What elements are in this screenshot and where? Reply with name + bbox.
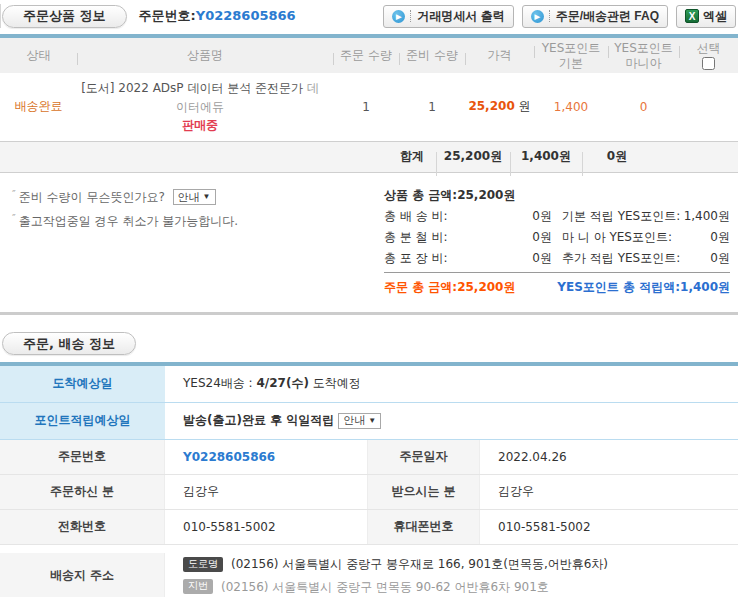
row-order-number: 주문번호 Y0228605866 주문일자 2022.04.26 xyxy=(0,440,738,475)
print-invoice-label: 거래명세서 출력 xyxy=(417,8,504,25)
row-points-credit-date: 포인트적립예상일 발송(출고)완료 후 익일적립 안내▼ xyxy=(0,403,738,440)
row-phone: 전화번호 010-5581-5002 휴대폰번호 010-5581-5002 xyxy=(0,510,738,545)
order-items-table: 상태 상품명 주문 수량 준비 수량 가격 YES포인트 기본 YES포인트 마… xyxy=(0,34,738,315)
header-buttons: ▶ 거래명세서 출력 ▶ 주문/배송관련 FAQ X 엑셀 xyxy=(383,5,736,28)
arrival-date-label: 도착예상일 xyxy=(0,366,165,402)
excel-label: 엑셀 xyxy=(703,8,727,25)
receiver-value: 김강우 xyxy=(498,483,534,500)
section-title-text: 주문상품 정보 xyxy=(23,7,106,25)
caret-down-icon: ▼ xyxy=(368,417,376,425)
table-footer: ″준비 수량이 무슨뜻인가요? 안내▼ ″출고작업중일 경우 취소가 불가능합니… xyxy=(0,173,738,315)
row-arrival-date: 도착예상일 YES24배송 : 4/27(수) 도착예정 xyxy=(0,366,738,403)
col-header-order-qty: 주문 수량 xyxy=(333,48,399,62)
row-shipping-address: 배송지 주소 도로명 (02156) 서울특별시 중랑구 봉우재로 166, 9… xyxy=(0,545,738,597)
section-title-order-items: 주문상품 정보 xyxy=(2,5,127,28)
summary-row-packing: 총 포 장 비:0원 추가 적립 YES포인트:0원 xyxy=(384,248,730,269)
col-header-ready-qty: 준비 수량 xyxy=(399,48,465,62)
footnote-cancel-policy: ″출고작업중일 경우 취소가 불가능합니다. xyxy=(12,209,360,233)
dotted-separator xyxy=(549,10,550,22)
row-orderer: 주문하신 분 김강우 받으시는 분 김강우 xyxy=(0,475,738,510)
table-row: 배송완료 [도서] 2022 ADsP 데이터 분석 준전문가 데이터에듀 판매… xyxy=(0,73,738,141)
summary-grand-total: 주문 총 금액:25,200원 YES포인트 총 적립액:1,400원 xyxy=(384,272,730,298)
phone-label: 전화번호 xyxy=(0,510,165,544)
receiver-label: 받으시는 분 xyxy=(367,475,480,509)
footnote-mark: ″ xyxy=(12,189,16,200)
order-date-value: 2022.04.26 xyxy=(498,450,567,464)
item-ready-qty: 1 xyxy=(399,100,465,114)
order-detail-page: 주문상품 정보 주문번호:Y0228605866 ▶ 거래명세서 출력 ▶ 주문… xyxy=(0,0,738,597)
shipping-address-label: 배송지 주소 xyxy=(0,553,165,597)
print-invoice-button[interactable]: ▶ 거래명세서 출력 xyxy=(383,5,513,28)
item-sale-status: 판매중 xyxy=(77,116,323,135)
jibun-address-line: 지번 (02156) 서울특별시 중랑구 면목동 90-62 어반휴6차 901… xyxy=(183,576,738,597)
summary-row-shipping: 총 배 송 비:0원 기본 적립 YES포인트:1,400원 xyxy=(384,206,730,227)
jibun-address-text: (02156) 서울특별시 중랑구 면목동 90-62 어반휴6차 901호 xyxy=(221,576,549,597)
col-header-points-basic: YES포인트 기본 xyxy=(534,41,608,70)
play-circle-icon: ▶ xyxy=(531,10,544,23)
order-number-label: 주문번호: xyxy=(139,8,196,23)
jibun-badge: 지번 xyxy=(183,579,213,594)
section1-header: 주문상품 정보 주문번호:Y0228605866 ▶ 거래명세서 출력 ▶ 주문… xyxy=(0,0,738,34)
mobile-label: 휴대폰번호 xyxy=(367,510,480,544)
excel-export-button[interactable]: X 엑셀 xyxy=(676,5,736,28)
points-credit-date-value: 발송(출고)완료 후 익일적립 안내▼ xyxy=(165,412,738,429)
order-date-label: 주문일자 xyxy=(367,440,480,474)
caret-down-icon: ▼ xyxy=(203,193,211,201)
mobile-value: 010-5581-5002 xyxy=(498,520,591,534)
totals-points-basic: 1,400원 xyxy=(510,148,582,165)
order-number-heading: 주문번호:Y0228605866 xyxy=(139,7,296,25)
item-order-qty: 1 xyxy=(333,100,399,114)
section-title-shipping-info: 주문, 배송 정보 xyxy=(2,332,136,355)
dotted-separator xyxy=(410,10,411,22)
totals-row: 합계 25,200원 1,400원 0원 xyxy=(0,141,738,173)
col-header-price: 가격 xyxy=(465,48,534,62)
shipping-address-value: 도로명 (02156) 서울특별시 중랑구 봉우재로 166, 901호(면목동… xyxy=(165,553,738,597)
footnote-ready-qty: ″준비 수량이 무슨뜻인가요? 안내▼ xyxy=(12,185,360,209)
orderer-value: 김강우 xyxy=(183,483,219,500)
col-header-product: 상품명 xyxy=(77,48,333,62)
col-header-points-mania: YES포인트 마니아 xyxy=(608,41,679,70)
shipping-faq-button[interactable]: ▶ 주문/배송관련 FAQ xyxy=(522,5,668,28)
order-number-value: Y0228605866 xyxy=(196,8,296,23)
road-address-text: (02156) 서울특별시 중랑구 봉우재로 166, 901호(면목동,어반휴… xyxy=(231,553,608,576)
footnote-mark: ″ xyxy=(12,213,16,224)
product-total-line: 상품 총 금액:25,200원 xyxy=(384,185,730,206)
shipping-info-table: 도착예상일 YES24배송 : 4/27(수) 도착예정 포인트적립예상일 발송… xyxy=(0,362,738,597)
totals-points-mania: 0원 xyxy=(582,148,652,165)
item-title: [도서] 2022 ADsP 데이터 분석 준전문가 xyxy=(81,81,303,95)
shipping-faq-label: 주문/배송관련 FAQ xyxy=(556,8,659,25)
points-info-button[interactable]: 안내▼ xyxy=(338,413,381,429)
road-name-badge: 도로명 xyxy=(183,557,223,572)
table-header-row: 상태 상품명 주문 수량 준비 수량 가격 YES포인트 기본 YES포인트 마… xyxy=(0,38,738,73)
item-price-unit: 원 xyxy=(515,99,531,113)
item-price: 25,200 원 xyxy=(465,98,534,115)
item-status: 배송완료 xyxy=(0,98,77,115)
phone-value: 010-5581-5002 xyxy=(183,520,276,534)
order-number-label: 주문번호 xyxy=(0,440,165,474)
select-all-checkbox[interactable] xyxy=(702,57,715,70)
play-circle-icon: ▶ xyxy=(392,10,405,23)
arrival-date-value: YES24배송 : 4/27(수) 도착예정 xyxy=(165,375,738,392)
col-header-select: 선택 xyxy=(679,41,738,70)
item-points-mania: 0 xyxy=(608,100,679,114)
order-summary: 상품 총 금액:25,200원 총 배 송 비:0원 기본 적립 YES포인트:… xyxy=(384,185,730,298)
col-header-status: 상태 xyxy=(0,48,77,62)
item-product-name: [도서] 2022 ADsP 데이터 분석 준전문가 데이터에듀 판매중 xyxy=(77,79,333,135)
item-points-basic: 1,400 xyxy=(534,100,608,114)
excel-icon: X xyxy=(685,9,699,23)
section2-header: 주문, 배송 정보 xyxy=(0,328,738,362)
totals-price: 25,200원 xyxy=(436,148,510,165)
footnotes: ″준비 수량이 무슨뜻인가요? 안내▼ ″출고작업중일 경우 취소가 불가능합니… xyxy=(8,185,360,298)
points-credit-date-label: 포인트적립예상일 xyxy=(0,403,165,439)
item-price-value: 25,200 xyxy=(468,99,514,113)
order-number-value: Y0228605866 xyxy=(183,450,275,464)
summary-row-binding: 총 분 철 비:0원 마 니 아 YES포인트:0원 xyxy=(384,227,730,248)
totals-label: 합계 xyxy=(0,148,436,165)
orderer-label: 주문하신 분 xyxy=(0,475,165,509)
road-address-line: 도로명 (02156) 서울특별시 중랑구 봉우재로 166, 901호(면목동… xyxy=(183,553,738,576)
ready-qty-info-button[interactable]: 안내▼ xyxy=(173,189,216,205)
section-title-text: 주문, 배송 정보 xyxy=(23,335,115,353)
